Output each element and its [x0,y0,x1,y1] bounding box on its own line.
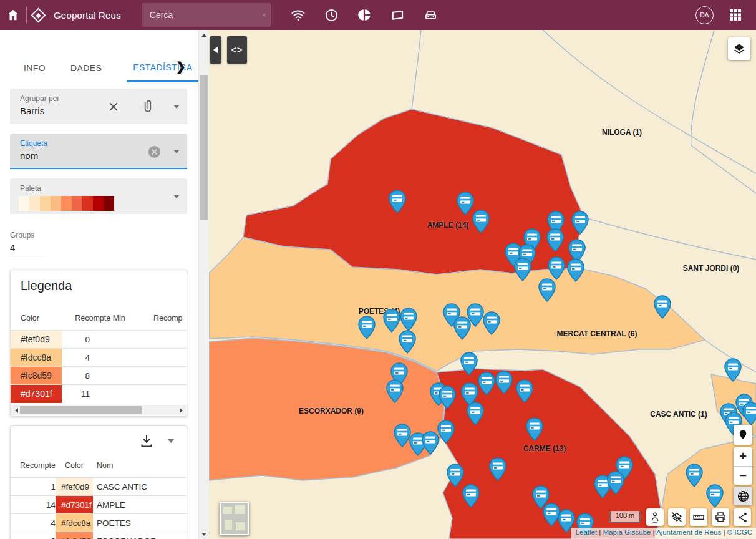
home-button[interactable] [0,0,26,30]
zoom-out-button[interactable]: − [734,467,752,485]
overview-minimap[interactable] [220,502,249,535]
tab-estadistica[interactable]: ESTADÍSTICA [127,54,198,82]
map-marker[interactable] [654,296,671,318]
map-marker[interactable] [548,257,565,279]
map-marker[interactable] [539,279,555,301]
map-marker[interactable] [439,386,455,409]
print-button[interactable] [712,508,729,526]
label-dropdown-icon[interactable] [173,150,180,153]
map-marker[interactable] [526,418,543,440]
scroll-down-icon[interactable] [199,529,209,539]
palette-field[interactable]: Paleta [10,178,187,214]
group-by-field[interactable]: Agrupar per Barris [10,89,187,124]
attribution-link[interactable]: Ajuntament de Reus [656,528,721,536]
attribution-separator: | [721,528,727,536]
map-marker[interactable] [515,258,531,281]
hide-layers-button[interactable] [668,508,686,526]
paperclip-icon[interactable] [141,99,155,115]
map-marker[interactable] [707,485,723,507]
map-marker[interactable] [496,371,512,394]
ruler-icon [692,511,705,523]
map-marker[interactable] [483,312,500,334]
map-marker[interactable] [422,432,439,454]
palette-dropdown-icon[interactable] [173,195,180,198]
map-marker[interactable] [394,424,410,447]
map-marker[interactable] [725,359,741,381]
map-marker[interactable] [568,259,584,281]
scroll-up-icon[interactable] [199,30,209,40]
collapse-sidebar-button[interactable] [210,36,221,64]
zoom-in-button[interactable]: + [734,447,752,467]
results-col-count: Recompte [11,456,56,478]
map-marker[interactable] [447,464,463,487]
map-marker[interactable] [387,380,403,402]
legend-title: Llegenda [21,279,72,293]
map-marker[interactable] [516,380,533,402]
map-marker[interactable] [399,331,415,353]
app-logo[interactable]: Geoportal Reus [33,10,121,21]
map-marker[interactable] [454,317,470,339]
legend-horizontal-scrollbar[interactable] [11,405,186,415]
map-marker[interactable] [400,308,417,331]
clear-icon[interactable] [107,100,120,113]
map-marker[interactable] [490,458,506,480]
legend-min-cell: 11 [62,385,138,403]
download-dropdown-icon[interactable] [168,439,174,443]
legend-col-max: Recomp [138,309,187,331]
download-icon[interactable] [139,434,154,449]
wifi-button[interactable] [282,0,315,30]
clear-circle-icon[interactable] [148,145,161,158]
globe-button[interactable] [734,487,752,505]
marker-tool-button[interactable] [734,425,752,445]
map-marker[interactable] [743,402,756,425]
map-marker[interactable] [461,352,477,375]
map-marker[interactable] [384,309,400,332]
search-input[interactable] [150,10,263,20]
search-icon[interactable] [263,9,266,21]
sidebar-scroll-thumb[interactable] [200,75,208,220]
group-by-dropdown-icon[interactable] [173,105,180,109]
map-marker[interactable] [463,485,479,507]
transport-button[interactable] [414,0,447,30]
area-select-button[interactable] [381,0,414,30]
map-marker[interactable] [547,229,563,251]
apps-menu-button[interactable] [722,0,749,30]
palette-swatch [19,196,29,211]
map-marker[interactable] [478,372,495,395]
legend-col-color: Color [11,309,62,331]
search-box[interactable] [142,3,271,27]
tabs-scroll-right-icon[interactable]: ❯ [176,59,186,74]
map-marker[interactable] [467,402,483,425]
attribution-link[interactable]: Leaflet [576,528,598,536]
map-marker[interactable] [438,420,454,443]
map-canvas[interactable]: NILOGA (1)AMPLE (14)SANT JORDI (0)POETES… [209,30,756,539]
results-col-color: Color [56,456,93,478]
attribution-link[interactable]: © ICGC [727,528,752,536]
layers-button[interactable] [728,37,750,60]
measure-button[interactable] [690,508,707,526]
map-marker[interactable] [686,464,702,487]
map-marker[interactable] [359,316,375,339]
tab-info[interactable]: INFO [21,54,48,82]
attribution-link[interactable]: Mapia Giscube [603,528,651,536]
map-marker[interactable] [608,472,624,494]
share-button[interactable] [734,508,751,526]
tab-dades[interactable]: DADES [68,54,104,82]
groups-input[interactable]: 4 [10,242,15,253]
user-avatar[interactable]: DA [695,6,714,24]
history-button[interactable] [315,0,348,30]
map-marker[interactable] [457,192,473,215]
result-name-cell: POETES [93,514,187,532]
streetview-button[interactable] [646,508,664,526]
sidebar-scrollbar[interactable] [198,30,209,539]
legend-scroll-thumb[interactable] [20,406,142,414]
map-marker[interactable] [473,210,489,233]
map-marker[interactable] [389,190,405,213]
code-toggle-button[interactable]: <> [227,36,247,64]
results-row: 1 #fef0d9 CASC ANTIC [11,478,187,496]
map-marker[interactable] [572,211,588,234]
scroll-right-icon[interactable] [176,408,186,413]
map-marker[interactable] [543,503,560,526]
label-field[interactable]: Etiqueta nom [10,134,187,169]
statistics-button[interactable] [348,0,381,30]
